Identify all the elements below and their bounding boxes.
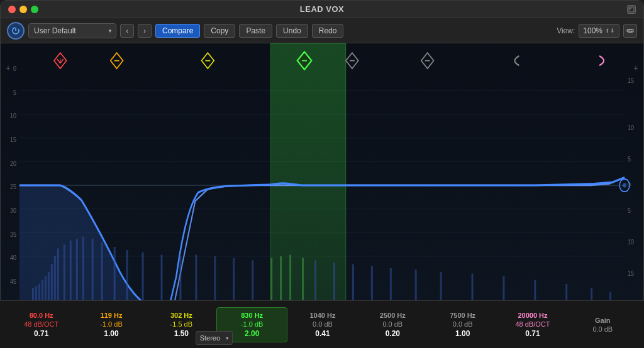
power-button[interactable] (7, 22, 25, 40)
band-1-freq: 80.0 Hz (30, 312, 53, 319)
svg-text:45: 45 (10, 278, 16, 285)
band-7-freq: 7500 Hz (450, 312, 475, 319)
window-title: LEAD VOX (300, 4, 344, 14)
band-7-q: 1.00 (455, 329, 470, 338)
svg-text:25: 25 (10, 183, 16, 190)
band-7-gain: 0.0 dB (453, 320, 473, 328)
svg-rect-34 (161, 254, 163, 307)
processing-wrapper: Stereo Left Right Mid Side (196, 331, 233, 345)
view-value[interactable]: 100% ⬆⬇ (579, 24, 619, 38)
svg-text:5: 5 (628, 207, 631, 214)
svg-text:20: 20 (10, 160, 16, 167)
band-6-gain: 0.0 dB (382, 320, 402, 328)
band-7-params[interactable]: 7500 Hz 0.0 dB 1.00 (428, 308, 497, 342)
svg-rect-24 (57, 248, 59, 307)
svg-text:0: 0 (13, 65, 16, 72)
svg-rect-26 (70, 241, 72, 308)
svg-text:5: 5 (13, 89, 16, 96)
band-5-params[interactable]: 1040 Hz 0.0 dB 0.41 (287, 308, 357, 342)
preset-dropdown[interactable]: User Default (28, 23, 116, 38)
preset-wrapper: User Default (28, 23, 116, 38)
copy-button[interactable]: Copy (204, 24, 235, 38)
svg-point-112 (623, 183, 626, 188)
band-2-gain: -1.0 dB (100, 320, 122, 328)
gain-params[interactable]: Gain 0.0 dB (568, 313, 638, 337)
svg-text:10: 10 (628, 238, 634, 246)
svg-rect-33 (142, 253, 144, 308)
eq-display[interactable]: 0 5 10 15 20 25 30 35 40 45 50 15 10 5 0… (1, 43, 643, 327)
toolbar: User Default ‹ › Compare Copy Paste Undo… (1, 18, 643, 43)
compare-button[interactable]: Compare (155, 24, 200, 38)
band-4-freq: 830 Hz (241, 312, 263, 319)
svg-rect-27 (76, 239, 78, 307)
traffic-lights (8, 6, 38, 13)
svg-text:15: 15 (628, 77, 634, 84)
minimize-button[interactable] (19, 6, 27, 13)
band-1-gain: 48 dB/OCT (24, 320, 58, 328)
eq-svg: 0 5 10 15 20 25 30 35 40 45 50 15 10 5 0… (1, 43, 643, 327)
band-6-q: 0.20 (386, 329, 400, 338)
svg-text:30: 30 (10, 207, 16, 214)
svg-rect-32 (126, 250, 128, 308)
view-label: View: (557, 26, 575, 35)
gain-value: 0.0 dB (592, 325, 613, 333)
band-1-q: 0.71 (34, 329, 48, 338)
band-3-gain: -1.5 dB (170, 320, 192, 328)
svg-text:40: 40 (10, 254, 16, 261)
band-3-freq: 302 Hz (170, 312, 192, 319)
band-2-q: 1.00 (104, 329, 118, 338)
svg-rect-42 (289, 254, 291, 307)
svg-text:10: 10 (10, 112, 16, 119)
band-4-gain: -1.0 dB (241, 320, 263, 328)
svg-text:+: + (6, 63, 10, 73)
svg-text:35: 35 (10, 231, 16, 238)
svg-rect-28 (82, 237, 84, 308)
window-expand-button[interactable] (627, 5, 636, 14)
paste-button[interactable]: Paste (239, 24, 272, 38)
band-5-q: 0.41 (315, 329, 330, 338)
band-5-freq: 1040 Hz (309, 312, 335, 319)
maximize-button[interactable] (31, 6, 38, 13)
nav-prev-button[interactable]: ‹ (120, 24, 134, 38)
band-2-freq: 119 Hz (101, 312, 123, 319)
gain-label: Gain (595, 317, 610, 324)
band-6-params[interactable]: 2500 Hz 0.0 dB 0.20 (358, 308, 428, 342)
svg-text:15: 15 (10, 136, 16, 143)
band-8-q: 0.71 (525, 329, 540, 338)
band-8-freq: 20000 Hz (518, 312, 547, 319)
svg-rect-0 (629, 7, 634, 12)
band-8-gain: 48 dB/OCT (515, 320, 550, 328)
svg-text:+: + (634, 63, 638, 73)
main-window: LEAD VOX User Default ‹ › Compare Copy P… (0, 0, 644, 348)
nav-next-button[interactable]: › (138, 24, 152, 38)
close-button[interactable] (8, 6, 16, 13)
link-button[interactable] (623, 24, 637, 38)
svg-rect-31 (114, 247, 116, 308)
svg-rect-29 (92, 239, 94, 307)
svg-text:10: 10 (628, 124, 634, 131)
svg-text:15: 15 (628, 269, 634, 277)
undo-button[interactable]: Undo (276, 24, 308, 38)
band-8-params[interactable]: 20000 Hz 48 dB/OCT 0.71 (497, 308, 567, 342)
band-1-params[interactable]: 80.0 Hz 48 dB/OCT 0.71 (6, 308, 76, 342)
svg-rect-36 (195, 254, 197, 307)
band-2-params[interactable]: 119 Hz -1.0 dB 1.00 (76, 308, 146, 342)
svg-rect-25 (64, 244, 65, 307)
band-5-gain: 0.0 dB (313, 320, 333, 328)
band-3-q: 1.50 (174, 329, 189, 338)
band-6-freq: 2500 Hz (380, 312, 406, 319)
title-bar: LEAD VOX (1, 1, 643, 18)
band-params: 80.0 Hz 48 dB/OCT 0.71 119 Hz -1.0 dB 1.… (0, 300, 644, 348)
svg-text:5: 5 (628, 155, 631, 163)
processing-dropdown[interactable]: Stereo Left Right Mid Side (196, 331, 233, 345)
svg-rect-30 (101, 242, 103, 307)
band-4-q: 2.00 (245, 329, 259, 338)
redo-button[interactable]: Redo (312, 24, 344, 38)
